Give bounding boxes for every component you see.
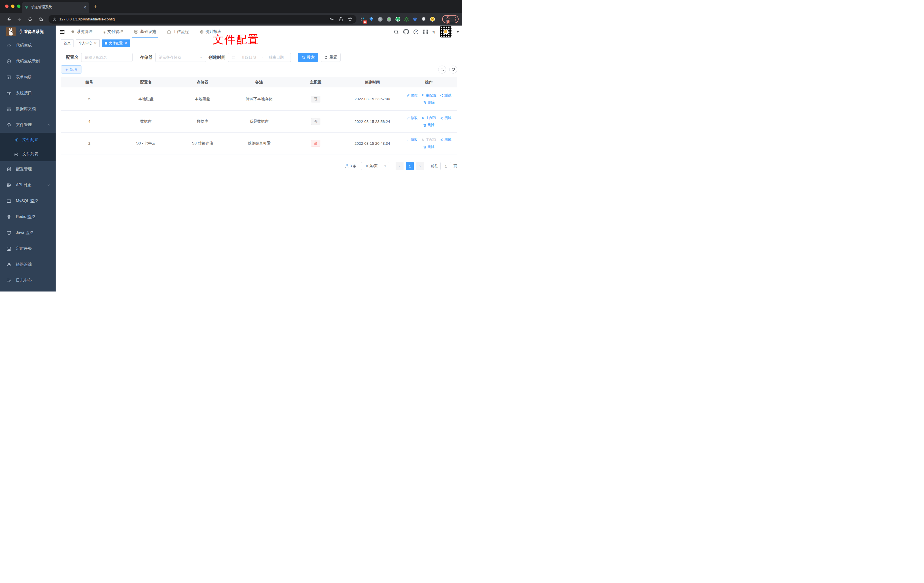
delete-link[interactable]: 删除 xyxy=(423,122,434,127)
window-controls[interactable] xyxy=(5,5,20,8)
date-start-placeholder[interactable]: 开始日期 xyxy=(238,55,260,60)
sidebar-item-api-log[interactable]: API 日志 xyxy=(0,177,56,193)
pagination: 共 3 条 10条/页 ▼ ‹ 1 › 前往 页 xyxy=(61,162,457,170)
browser-tab[interactable]: 芋道管理系统 ✕ xyxy=(22,2,89,13)
date-end-placeholder[interactable]: 结束日期 xyxy=(265,55,287,60)
sidebar-item-tracing[interactable]: 链路追踪 xyxy=(0,257,56,273)
tag-close-icon[interactable]: ✕ xyxy=(94,41,97,45)
star-extension-icon[interactable] xyxy=(404,17,409,22)
eye-extension-icon[interactable] xyxy=(412,17,417,22)
sidebar-item-code-generation[interactable]: 代码生成 xyxy=(0,38,56,53)
sidebar-item-scheduled-tasks[interactable]: 定时任务 xyxy=(0,241,56,257)
sidebar-item-java-monitor[interactable]: Java 监控 xyxy=(0,225,56,241)
home-icon[interactable] xyxy=(38,17,43,22)
avatar[interactable] xyxy=(440,26,452,38)
cell-name: 本地磁盘 xyxy=(117,96,174,102)
puzzle-extensions-icon[interactable] xyxy=(421,17,426,22)
forward-icon[interactable] xyxy=(17,17,22,22)
topnav-item-system[interactable]: 系统管理 xyxy=(69,26,94,38)
emoji-extension-icon[interactable] xyxy=(430,17,435,22)
site-info-icon[interactable] xyxy=(53,17,56,21)
cell-storage: 本地磁盘 xyxy=(174,96,231,102)
reset-button[interactable]: 重置 xyxy=(321,53,340,62)
search-button[interactable]: 搜索 xyxy=(298,53,318,62)
command-extension-icon[interactable]: ⌘ xyxy=(378,17,383,22)
reload-icon[interactable] xyxy=(28,17,33,21)
maximize-window-button[interactable] xyxy=(17,5,20,8)
toggle-search-button[interactable] xyxy=(438,66,446,74)
sidebar-item-redis-monitor[interactable]: Redis 监控 xyxy=(0,209,56,225)
sidebar-item-system-api[interactable]: 系统接口 xyxy=(0,85,56,101)
topnav-item-workflow[interactable]: 工作流程 xyxy=(165,26,190,38)
sidebar-item-config-management[interactable]: 配置管理 xyxy=(0,161,56,177)
storage-select[interactable]: 请选择存储器 ▼ xyxy=(155,53,206,62)
tag-home[interactable]: 首页 xyxy=(61,40,74,47)
master-link[interactable]: 主配置 xyxy=(421,116,436,121)
current-page-button[interactable]: 1 xyxy=(406,162,414,170)
test-link[interactable]: 测试 xyxy=(440,137,451,142)
avatar-dropdown-icon[interactable] xyxy=(456,31,459,33)
app-logo[interactable]: 芋道管理系统 xyxy=(0,26,56,38)
gem-extension-icon[interactable] xyxy=(369,17,374,22)
next-page-button[interactable]: › xyxy=(416,162,424,170)
y-extension-icon[interactable]: y xyxy=(395,17,401,22)
form-builder-icon xyxy=(6,75,12,80)
font-size-icon[interactable]: тT xyxy=(432,30,436,34)
sidebar-item-db-doc[interactable]: 数据库文档 xyxy=(0,101,56,117)
sidebar-item-label: 定时任务 xyxy=(16,246,32,251)
new-tab-button[interactable]: + xyxy=(94,3,97,9)
shield-check-icon xyxy=(6,59,12,64)
edit-link[interactable]: 修改 xyxy=(406,116,418,121)
browser-menu-icon[interactable] xyxy=(455,17,456,21)
cloud-upload-icon xyxy=(13,152,18,157)
gear-icon xyxy=(71,30,75,34)
test-link[interactable]: 测试 xyxy=(440,116,451,121)
bookmark-star-icon[interactable] xyxy=(348,17,353,21)
password-key-icon[interactable] xyxy=(329,17,334,21)
delete-link[interactable]: 删除 xyxy=(423,144,434,149)
tag-label: 个人中心 xyxy=(79,41,92,46)
config-name-input-field[interactable] xyxy=(85,55,129,59)
sidebar-collapse-icon[interactable] xyxy=(59,29,65,35)
page-size-select[interactable]: 10条/页 ▼ xyxy=(361,162,389,170)
close-window-button[interactable] xyxy=(5,5,8,8)
tag-file-config[interactable]: 文件配置 ✕ xyxy=(102,40,130,47)
config-name-input[interactable] xyxy=(81,53,132,62)
tab-close-icon[interactable]: ✕ xyxy=(83,5,87,9)
delete-link[interactable]: 删除 xyxy=(423,100,434,105)
extension-badge-icon[interactable]: 11 xyxy=(360,17,365,22)
topnav-item-infrastructure[interactable]: 基础设施 xyxy=(132,26,158,38)
edit-link[interactable]: 修改 xyxy=(406,137,418,142)
edit-link[interactable]: 修改 xyxy=(406,93,418,98)
goto-page-input[interactable] xyxy=(441,162,451,170)
search-icon[interactable] xyxy=(394,29,399,35)
share-icon[interactable] xyxy=(338,17,343,21)
sidebar-item-file-config[interactable]: 文件配置 xyxy=(0,133,56,147)
extension-icons: 11 ⌘ y xyxy=(360,15,459,23)
sidebar-item-form-builder[interactable]: 表单构建 xyxy=(0,69,56,85)
sidebar-item-code-gen-example[interactable]: 代码生成示例 xyxy=(0,53,56,69)
prev-page-button[interactable]: ‹ xyxy=(396,162,404,170)
refresh-table-button[interactable] xyxy=(449,66,457,74)
test-link[interactable]: 测试 xyxy=(440,93,451,98)
sidebar-item-mysql-monitor[interactable]: MySQL 监控 xyxy=(0,193,56,209)
tag-profile[interactable]: 个人中心 ✕ xyxy=(76,40,100,47)
github-icon[interactable] xyxy=(403,29,409,35)
add-button[interactable]: + 新增 xyxy=(61,65,81,74)
fullscreen-icon[interactable] xyxy=(423,29,428,35)
sidebar-item-file-management[interactable]: 文件管理 xyxy=(0,117,56,133)
help-icon[interactable]: ? xyxy=(413,29,419,35)
tag-close-icon[interactable]: ✕ xyxy=(124,41,127,45)
main-content: 配置名 存储器 请选择存储器 ▼ 创建时间 开始日期 - 结束日期 搜索 xyxy=(56,48,462,292)
sidebar-item-log-center[interactable]: 日志中心 xyxy=(0,273,56,288)
topnav-item-payment[interactable]: ¥ 支付管理 xyxy=(102,26,125,38)
dot-extension-icon[interactable] xyxy=(386,17,392,22)
address-bar[interactable]: 127.0.0.1:1024/infra/file/file-config xyxy=(48,15,356,23)
browser-update-button[interactable]: 更新 xyxy=(442,15,459,23)
back-icon[interactable] xyxy=(6,17,12,22)
date-range-picker[interactable]: 开始日期 - 结束日期 xyxy=(228,53,291,62)
master-link[interactable]: 主配置 xyxy=(421,93,436,98)
url-text[interactable]: 127.0.0.1:1024/infra/file/file-config xyxy=(59,17,326,21)
minimize-window-button[interactable] xyxy=(11,5,15,8)
sidebar-item-file-list[interactable]: 文件列表 xyxy=(0,147,56,161)
